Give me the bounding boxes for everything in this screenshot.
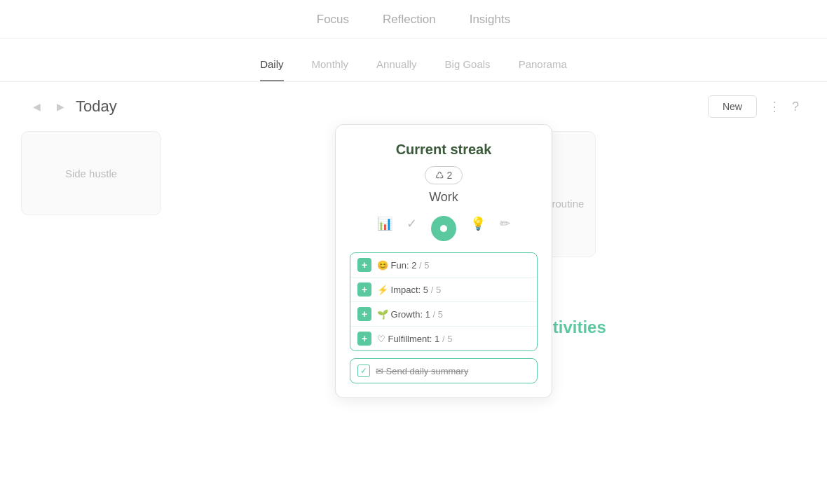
streak-pill: ♺ 2: [425, 166, 463, 184]
growth-label: 🌱 Growth: 1 / 5: [377, 309, 443, 320]
prev-arrow[interactable]: ◀: [28, 98, 45, 115]
center-area: Current streak ♺ 2 Work 📊 ✓ 💡 ✏ + 😊 Fun:…: [175, 131, 381, 353]
fulfillment-plus-btn[interactable]: +: [357, 332, 371, 346]
send-summary-row[interactable]: ✓ ✉ Send daily summary: [350, 358, 538, 383]
active-dot[interactable]: [431, 216, 456, 241]
tab-monthly[interactable]: Monthly: [312, 58, 349, 81]
edit-icon[interactable]: ✏: [500, 216, 510, 241]
rating-row-fulfillment: + ♡ Fulfillment: 1 / 5: [350, 327, 537, 350]
today-label: Today: [76, 97, 117, 116]
fun-plus-btn[interactable]: +: [357, 258, 371, 272]
main-content: Side hustle Current streak ♺ 2 Work 📊 ✓ …: [0, 131, 827, 353]
send-summary-checkbox[interactable]: ✓: [357, 365, 370, 377]
more-options-icon[interactable]: ⋮: [768, 99, 781, 114]
check-icon[interactable]: ✓: [406, 216, 417, 241]
streak-badge: ♺ 2: [350, 166, 538, 184]
streak-title: Current streak: [350, 142, 538, 158]
sub-tabs: Daily Monthly Annually Big Goals Panoram…: [0, 39, 827, 82]
streak-work-label: Work: [350, 190, 538, 205]
impact-label: ⚡ Impact: 5 / 5: [377, 285, 441, 295]
fun-label: 😊 Fun: 2 / 5: [377, 260, 430, 271]
rating-row-growth: + 🌱 Growth: 1 / 5: [350, 302, 537, 327]
growth-plus-btn[interactable]: +: [357, 307, 371, 321]
next-arrow[interactable]: ▶: [52, 98, 69, 115]
streak-card: Current streak ♺ 2 Work 📊 ✓ 💡 ✏ + 😊 Fun:…: [335, 124, 552, 398]
streak-count: ♺ 2: [435, 170, 453, 181]
nav-right-actions: New ⋮ ?: [708, 95, 799, 118]
bar-chart-icon[interactable]: 📊: [377, 216, 392, 241]
nav-arrows: ◀ ▶: [28, 98, 69, 115]
new-button[interactable]: New: [708, 95, 757, 118]
side-hustle-card: Side hustle: [21, 131, 161, 215]
tab-annually[interactable]: Annually: [376, 58, 417, 81]
rating-rows: + 😊 Fun: 2 / 5 + ⚡ Impact: 5 / 5 + 🌱 Gro…: [350, 252, 538, 351]
rating-row-fun: + 😊 Fun: 2 / 5: [350, 253, 537, 278]
rating-row-impact: + ⚡ Impact: 5 / 5: [350, 278, 537, 302]
left-area: Side hustle: [21, 131, 161, 353]
help-icon[interactable]: ?: [792, 100, 799, 114]
nav-reflection[interactable]: Reflection: [383, 13, 436, 27]
nav-insights[interactable]: Insights: [470, 13, 511, 27]
tab-daily[interactable]: Daily: [260, 58, 283, 81]
streak-action-icons: 📊 ✓ 💡 ✏: [350, 216, 538, 241]
fulfillment-label: ♡ Fulfillment: 1 / 5: [377, 334, 452, 344]
impact-plus-btn[interactable]: +: [357, 282, 371, 297]
side-hustle-label: Side hustle: [65, 168, 117, 179]
top-navigation: Focus Reflection Insights: [0, 0, 827, 39]
nav-focus[interactable]: Focus: [317, 13, 349, 27]
tab-big-goals[interactable]: Big Goals: [445, 58, 491, 81]
send-summary-text: ✉ Send daily summary: [376, 366, 468, 376]
tab-panorama[interactable]: Panorama: [519, 58, 567, 81]
lightbulb-icon[interactable]: 💡: [470, 216, 486, 241]
